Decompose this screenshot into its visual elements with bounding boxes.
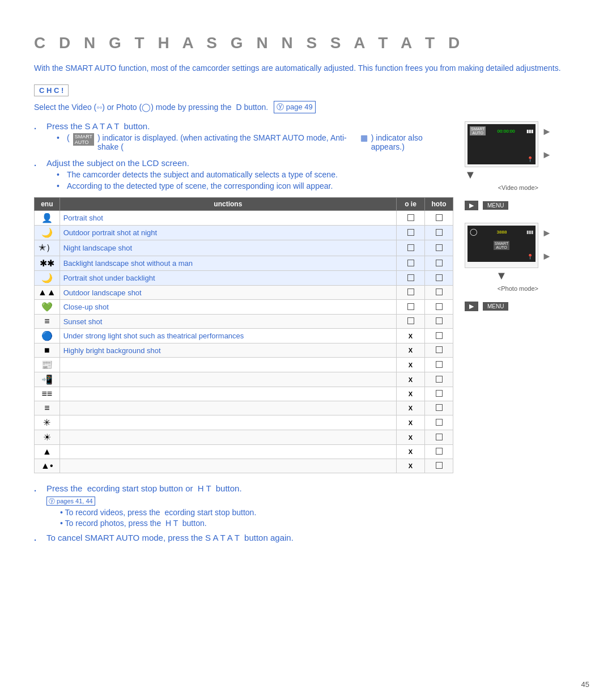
table-row: 👤 Portrait shot — [35, 211, 453, 226]
row-video: X — [397, 372, 425, 387]
menu-button[interactable]: MENU — [483, 201, 508, 210]
row-video: X — [397, 343, 425, 358]
row-video: X — [397, 459, 425, 473]
table-row: ✭） Night landscape shot — [35, 240, 453, 256]
right-panel: SMARTAUTO 00:00:00 ▮▮▮ 📍 ▼ — [465, 121, 578, 546]
row-photo — [425, 445, 453, 459]
photo-circle-icon: ◯ — [470, 228, 477, 236]
col-photo: hoto — [425, 198, 453, 211]
row-video: X — [397, 445, 425, 459]
intro-text: With the SMART AUTO function, most of th… — [34, 62, 578, 74]
page-refs: ⓨ pages 41, 44 — [46, 495, 256, 506]
row-icon: ▲▲ — [35, 286, 60, 300]
row-video: X — [397, 387, 425, 401]
row-icon: ≡ — [35, 315, 60, 329]
row-desc — [60, 430, 396, 445]
step-2-num: . — [34, 158, 43, 168]
row-photo — [425, 256, 453, 271]
row-icon: ≡≡ — [35, 387, 60, 401]
row-desc — [60, 445, 396, 459]
scene-table: enu unctions o ie hoto 👤 Portrait shot — [34, 197, 453, 473]
row-desc: Outdoor landscape shot — [60, 286, 396, 300]
page-container: C D N G T H A S G N N S S A T A T D With… — [34, 34, 578, 546]
table-row: 🔵 Under strong light shot such as theatr… — [35, 329, 453, 343]
row-photo — [425, 358, 453, 372]
video-cam-topbar: SMARTAUTO 00:00:00 ▮▮▮ — [470, 126, 533, 135]
table-row: ≡≡ X — [35, 387, 453, 401]
table-row: ▲▲ Outdoor landscape shot — [35, 286, 453, 300]
photo-mode-section: ◯ 3888 ▮▮▮ SMARTAUTO 📍 — [465, 223, 578, 292]
row-desc: Outdoor portrait shot at night — [60, 226, 396, 240]
row-desc: Portrait shot under backlight — [60, 271, 396, 286]
play-button[interactable]: ▶ — [465, 201, 478, 210]
row-video: X — [397, 415, 425, 430]
row-video: X — [397, 401, 425, 415]
menu-button-2[interactable]: MENU — [483, 302, 508, 311]
photo-quality: ▮▮▮ — [526, 230, 533, 235]
select-line: Select the Video (◦◦) or Photo (◯) mode … — [34, 101, 578, 113]
step-2-sub-1: The camcorder detects the subject and au… — [57, 170, 453, 179]
row-icon: ☀ — [35, 430, 60, 445]
row-icon: 💚 — [35, 300, 60, 315]
select-text: Select the Video (◦◦) or Photo (◯) mode … — [34, 103, 268, 112]
table-row: 🌙 Outdoor portrait shot at night — [35, 226, 453, 240]
video-cam-display: SMARTAUTO 00:00:00 ▮▮▮ 📍 — [465, 121, 538, 167]
screen-content — [470, 137, 533, 156]
row-desc — [60, 358, 396, 372]
page-number: 45 — [581, 680, 589, 689]
row-desc: Night landscape shot — [60, 240, 396, 256]
row-icon: ■ — [35, 343, 60, 358]
play-button-2[interactable]: ▶ — [465, 302, 478, 311]
row-photo — [425, 315, 453, 329]
table-row: 💚 Close-up shot — [35, 300, 453, 315]
photo-mode-label-container: <Photo mode> — [465, 283, 538, 292]
arrow-down-1: ▼ — [465, 168, 476, 181]
row-icon: ✭） — [35, 240, 60, 256]
play-area-2: ▶ MENU — [465, 302, 578, 311]
photo-mode-label: <Photo mode> — [498, 285, 538, 292]
row-photo — [425, 387, 453, 401]
photo-location: 📍 — [527, 254, 533, 260]
location-icon: 📍 — [527, 156, 533, 162]
smart-auto-badge: SMARTAUTO — [73, 133, 94, 146]
row-video: X — [397, 329, 425, 343]
step-1: . Press the S A T A T button. (SMARTAUTO… — [34, 121, 453, 154]
video-mode-label: <Video mode> — [498, 184, 538, 191]
antishake-icon: ▦ — [360, 133, 368, 142]
row-photo — [425, 300, 453, 315]
row-photo — [425, 401, 453, 415]
row-photo — [425, 430, 453, 445]
row-desc — [60, 401, 396, 415]
bottom-sub-2: To record photos, press the H T button. — [60, 519, 256, 528]
video-side-arrows: ► ► — [542, 126, 552, 161]
photo-side-arrows: ► ► — [542, 227, 552, 262]
row-icon: 🌙 — [35, 226, 60, 240]
row-desc — [60, 372, 396, 387]
step-2: . Adjust the subject on the LCD screen. … — [34, 158, 453, 193]
photo-cam-display: ◯ 3888 ▮▮▮ SMARTAUTO 📍 — [465, 223, 538, 268]
left-content: . Press the S A T A T button. (SMARTAUTO… — [34, 121, 453, 546]
arrow-right-3: ► — [542, 227, 552, 239]
video-cam-screen: SMARTAUTO 00:00:00 ▮▮▮ 📍 — [468, 124, 536, 164]
smart-auto-label: SMARTAUTO — [470, 126, 486, 135]
page-ref-41-44: ⓨ pages 41, 44 — [46, 497, 95, 506]
bottom-step-1-num: . — [34, 483, 43, 493]
row-photo — [425, 211, 453, 226]
row-video — [397, 315, 425, 329]
col-video: o ie — [397, 198, 425, 211]
quality-icon: ▮▮▮ — [526, 129, 533, 134]
col-functions: unctions — [60, 198, 396, 211]
bottom-step-1-content: Press the ecording start stop button or … — [46, 483, 256, 529]
screen-bottom: 📍 — [470, 156, 533, 162]
row-icon: ≡ — [35, 401, 60, 415]
page-ref-49: ⓨ page 49 — [274, 101, 316, 113]
bottom-steps: . Press the ecording start stop button o… — [34, 483, 453, 542]
row-desc — [60, 459, 396, 473]
video-mode-label-container: <Video mode> — [465, 183, 538, 192]
arrow-right-4: ► — [542, 251, 552, 262]
row-video: X — [397, 358, 425, 372]
photo-screen-bottom: 📍 — [470, 254, 533, 260]
bottom-step-2: . To cancel SMART AUTO mode, press the S… — [34, 533, 453, 542]
row-photo — [425, 226, 453, 240]
row-desc: Highly bright background shot — [60, 343, 396, 358]
